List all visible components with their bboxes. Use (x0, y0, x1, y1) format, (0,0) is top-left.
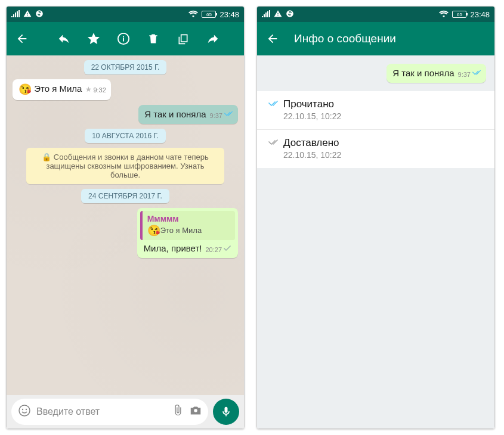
date-chip: 10 АВГУСТА 2016 Г. (85, 129, 166, 143)
message-input[interactable]: Введите ответ (11, 399, 208, 425)
message-time: 9:37 (210, 111, 222, 120)
battery-icon: 65 (202, 11, 216, 18)
encryption-notice[interactable]: 🔒 Сообщения и звонки в данном чате тепер… (26, 148, 225, 184)
mic-button[interactable] (213, 399, 239, 425)
warning-icon (274, 10, 282, 20)
message-text: Это я Мила (34, 83, 82, 94)
battery-icon: 65 (452, 11, 466, 18)
back-button[interactable] (11, 28, 33, 49)
status-bar: 65 23:48 (257, 7, 494, 22)
delivered-row: Доставлено 22.10.15, 10:22 (257, 130, 494, 168)
quote-name: Ммммм (147, 213, 230, 224)
message-time: 9:37 (458, 70, 471, 79)
info-body: Я так и поняла 9:37 Прочитано 22.10.15, … (257, 55, 494, 428)
read-label: Прочитано (283, 98, 334, 110)
delivered-checks-icon (268, 139, 279, 147)
message-text: Я так и поняла (144, 109, 206, 119)
reply-quote[interactable]: Ммммм 😘Это я Мила (140, 211, 235, 241)
wifi-icon (188, 10, 198, 19)
quote-text: Это я Мила (160, 226, 202, 235)
reply-button[interactable] (53, 28, 75, 49)
status-bar: 65 23:48 (7, 7, 244, 22)
svg-point-0 (19, 405, 30, 416)
message-time: 20:27 (205, 246, 222, 254)
chat-screen: 65 23:48 22 ОКТЯБРЯ 2015 Г. 😘 (6, 6, 245, 429)
selection-action-bar (7, 22, 244, 55)
emoji-picker-icon[interactable] (17, 403, 32, 420)
clock-text: 23:48 (219, 10, 239, 19)
delete-button[interactable] (143, 28, 164, 49)
emoji-kiss-icon: 😘 (147, 224, 160, 238)
sync-icon (35, 10, 44, 20)
star-icon: ★ (85, 85, 92, 95)
copy-button[interactable] (172, 28, 194, 49)
forward-button[interactable] (202, 28, 224, 49)
message-text: Я так и поняла (392, 68, 454, 78)
info-message: Я так и поняла 9:37 (386, 64, 486, 83)
delivered-label: Доставлено (283, 137, 339, 149)
read-time: 22.10.15, 10:22 (283, 111, 484, 121)
page-title: Инфо о сообщении (294, 32, 396, 45)
warning-icon (23, 10, 32, 20)
read-checks-icon (268, 100, 279, 108)
read-checks-icon (472, 70, 481, 79)
message-in[interactable]: 😘 Это я Мила ★ 9:32 (13, 79, 111, 100)
info-screen: 65 23:48 Инфо о сообщении Я так и поняла… (256, 6, 495, 429)
sync-icon (286, 10, 294, 20)
wifi-icon (439, 10, 449, 19)
emoji-kiss-icon: 😘 (18, 83, 32, 97)
info-button[interactable] (113, 28, 134, 49)
date-chip: 24 СЕНТЯБРЯ 2017 Г. (81, 189, 169, 203)
input-placeholder: Введите ответ (36, 406, 166, 417)
signal-icon (262, 10, 270, 19)
chat-input-bar: Введите ответ (7, 395, 244, 428)
info-action-bar: Инфо о сообщении (257, 22, 494, 55)
read-checks-icon (224, 111, 233, 120)
sent-check-icon (223, 245, 231, 254)
date-chip: 22 ОКТЯБРЯ 2015 Г. (84, 60, 167, 74)
message-out-selected[interactable]: Я так и поняла 9:37 (138, 105, 238, 124)
camera-icon[interactable] (189, 404, 202, 420)
delivered-time: 22.10.15, 10:22 (283, 150, 484, 160)
attach-icon[interactable] (171, 404, 184, 420)
message-text: Мила, привет! (144, 243, 202, 253)
svg-point-1 (22, 409, 23, 410)
message-time: 9:32 (93, 86, 106, 94)
read-row: Прочитано 22.10.15, 10:22 (257, 91, 494, 130)
chat-body[interactable]: 22 ОКТЯБРЯ 2015 Г. 😘 Это я Мила ★ 9:32 Я… (7, 55, 244, 395)
message-out-reply[interactable]: Ммммм 😘Это я Мила Мила, привет! 20:27 (137, 208, 238, 258)
back-button[interactable] (262, 28, 283, 49)
clock-text: 23:48 (470, 10, 490, 19)
svg-point-2 (26, 409, 27, 410)
info-card: Прочитано 22.10.15, 10:22 Доставлено 22.… (257, 91, 494, 168)
signal-icon (11, 10, 20, 19)
star-button[interactable] (83, 28, 104, 49)
